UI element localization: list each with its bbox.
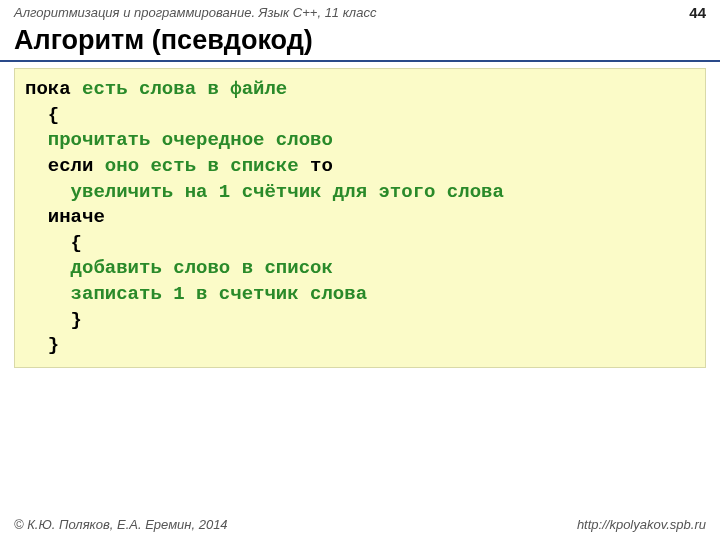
kw-then: то bbox=[310, 155, 333, 177]
slide-footer: © К.Ю. Поляков, Е.А. Еремин, 2014 http:/… bbox=[0, 517, 720, 532]
copyright: © К.Ю. Поляков, Е.А. Еремин, 2014 bbox=[14, 517, 228, 532]
course-label: Алгоритмизация и программирование. Язык … bbox=[14, 5, 376, 20]
page-number: 44 bbox=[689, 4, 706, 21]
code-line: } bbox=[25, 334, 59, 356]
slide: Алгоритмизация и программирование. Язык … bbox=[0, 0, 720, 540]
code-line: записать 1 в счетчик слова bbox=[25, 283, 367, 305]
source-url: http://kpolyakov.spb.ru bbox=[577, 517, 706, 532]
code-line: } bbox=[25, 309, 82, 331]
kw-if: если bbox=[25, 155, 105, 177]
slide-title: Алгоритм (псевдокод) bbox=[0, 23, 720, 62]
code-line: увеличить на 1 счётчик для этого слова bbox=[25, 181, 504, 203]
code-line: добавить слово в список bbox=[25, 257, 333, 279]
code-text: оно есть в списке bbox=[105, 155, 310, 177]
kw-while: пока bbox=[25, 78, 71, 100]
slide-header: Алгоритмизация и программирование. Язык … bbox=[0, 0, 720, 23]
code-line: { bbox=[25, 232, 82, 254]
pseudocode-block: пока есть слова в файле { прочитать очер… bbox=[14, 68, 706, 368]
code-text: есть слова в файле bbox=[71, 78, 288, 100]
code-line: { bbox=[25, 104, 59, 126]
code-line: прочитать очередное слово bbox=[25, 129, 333, 151]
kw-else: иначе bbox=[25, 206, 105, 228]
